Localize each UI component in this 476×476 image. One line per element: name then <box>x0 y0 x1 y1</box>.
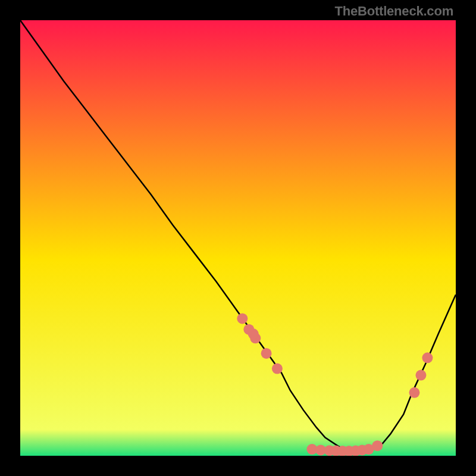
chart-stage: TheBottleneck.com <box>0 0 476 476</box>
curve-marker <box>237 313 248 324</box>
bottleneck-curve-chart <box>20 20 456 456</box>
curve-marker <box>372 440 383 451</box>
curve-marker <box>415 370 426 381</box>
attribution-label: TheBottleneck.com <box>334 4 453 19</box>
curve-marker <box>248 328 259 339</box>
curve-marker <box>409 387 419 398</box>
curve-marker <box>261 348 272 359</box>
curve-marker <box>422 352 433 363</box>
curve-marker <box>272 364 283 374</box>
gradient-background <box>20 20 456 456</box>
